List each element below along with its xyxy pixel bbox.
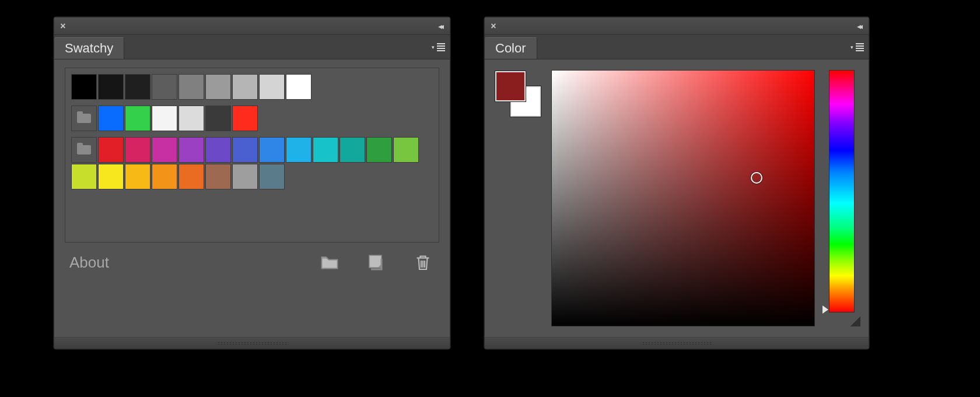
color-swatch[interactable]	[232, 74, 258, 100]
resize-grip-icon[interactable]	[642, 342, 712, 345]
color-swatch[interactable]	[286, 137, 312, 163]
color-swatch[interactable]	[152, 137, 177, 163]
color-swatch[interactable]	[125, 164, 150, 189]
color-swatch[interactable]	[393, 137, 419, 163]
color-swatch[interactable]	[205, 137, 231, 163]
color-swatch[interactable]	[178, 164, 204, 189]
tab-label: Swatchy	[65, 41, 113, 56]
color-swatch[interactable]	[71, 74, 97, 100]
close-icon[interactable]: ×	[54, 17, 72, 35]
tab-label: Color	[495, 41, 526, 56]
close-icon[interactable]: ×	[485, 17, 502, 35]
swatch-row	[71, 106, 433, 131]
color-swatch[interactable]	[259, 164, 285, 189]
delete-button[interactable]	[411, 251, 435, 274]
color-swatch[interactable]	[178, 137, 204, 163]
color-swatch[interactable]	[286, 74, 312, 100]
dropdown-triangle-icon: ▾	[850, 44, 853, 50]
collapse-icon[interactable]: ◂◂	[430, 17, 450, 35]
resize-grip-icon[interactable]	[217, 342, 287, 345]
color-swatch[interactable]	[178, 74, 204, 100]
fg-bg-color-stack	[495, 71, 541, 117]
swatch-row	[71, 137, 433, 163]
color-swatch[interactable]	[259, 137, 285, 163]
color-swatch[interactable]	[125, 74, 150, 100]
color-swatch[interactable]	[232, 164, 258, 189]
color-swatch[interactable]	[98, 74, 124, 100]
color-swatch[interactable]	[98, 106, 124, 131]
panel-menu-button[interactable]: ▾	[426, 35, 450, 59]
color-swatch[interactable]	[125, 106, 150, 131]
menu-lines-icon	[856, 43, 864, 51]
collapse-icon[interactable]: ◂◂	[849, 17, 869, 35]
color-swatch[interactable]	[98, 137, 124, 163]
swatch-row	[71, 74, 433, 100]
tab-color[interactable]: Color	[485, 37, 537, 59]
color-swatch[interactable]	[152, 106, 177, 131]
swatch-row	[71, 164, 433, 189]
color-swatch[interactable]	[232, 137, 258, 163]
hue-pointer-icon	[822, 305, 828, 314]
resize-grip-icon[interactable]	[850, 316, 860, 326]
panel-footer	[485, 337, 869, 349]
panel-footer	[54, 337, 450, 349]
hue-slider[interactable]	[829, 70, 855, 312]
color-swatch[interactable]	[178, 106, 204, 131]
about-link[interactable]: About	[69, 254, 109, 272]
swatch-area	[65, 68, 439, 243]
tab-swatchy[interactable]: Swatchy	[54, 37, 124, 59]
new-folder-button[interactable]	[318, 251, 341, 274]
svg-rect-0	[369, 255, 382, 268]
color-swatch[interactable]	[313, 137, 338, 163]
color-swatch[interactable]	[205, 74, 231, 100]
new-swatch-button[interactable]	[365, 251, 388, 274]
color-swatch[interactable]	[340, 137, 365, 163]
color-swatch[interactable]	[205, 164, 231, 189]
dropdown-triangle-icon: ▾	[432, 44, 435, 50]
swatch-folder-icon[interactable]	[71, 137, 97, 163]
saturation-value-field[interactable]	[551, 70, 815, 326]
color-swatch[interactable]	[259, 74, 285, 100]
color-swatch[interactable]	[71, 164, 97, 189]
color-swatch[interactable]	[152, 164, 177, 189]
swatchy-panel: × ◂◂ Swatchy ▾ About	[54, 17, 450, 349]
panel-titlebar[interactable]: × ◂◂	[485, 17, 869, 35]
color-swatch[interactable]	[366, 137, 392, 163]
panel-tabbar: Swatchy ▾	[54, 35, 450, 59]
color-swatch[interactable]	[152, 74, 177, 100]
menu-lines-icon	[437, 43, 445, 51]
panel-menu-button[interactable]: ▾	[845, 35, 869, 59]
panel-tabbar: Color ▾	[485, 35, 869, 59]
color-panel: × ◂◂ Color ▾	[484, 17, 869, 349]
swatch-folder-icon[interactable]	[71, 106, 97, 131]
color-swatch[interactable]	[98, 164, 124, 189]
color-swatch[interactable]	[232, 106, 258, 131]
foreground-color-chip[interactable]	[495, 71, 526, 101]
color-swatch[interactable]	[125, 137, 150, 163]
panel-titlebar[interactable]: × ◂◂	[54, 17, 450, 35]
color-swatch[interactable]	[205, 106, 231, 131]
